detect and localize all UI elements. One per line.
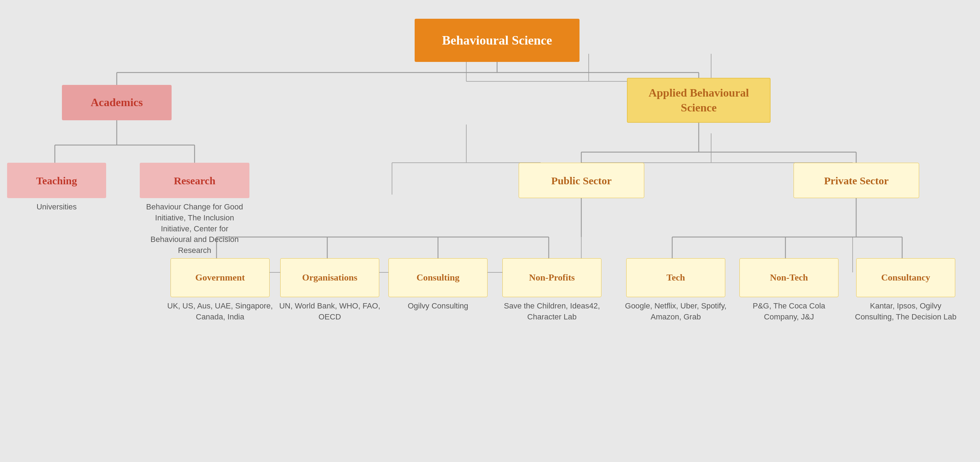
nontech-label: Non-Tech (770, 271, 808, 284)
tech-node-wrapper: Tech Google, Netflix, Uber, Spotify, Ama… (623, 258, 729, 322)
teaching-node: Teaching (7, 163, 106, 198)
public-sector-label: Public Sector (551, 174, 612, 187)
organisations-node: Organisations (280, 258, 379, 297)
consultancy-node-wrapper: Consultancy Kantar, Ipsos, Ogilvy Consul… (853, 258, 959, 322)
tech-node: Tech (626, 258, 725, 297)
consultancy-label: Consultancy (881, 271, 931, 284)
abs-node: Applied Behavioural Science (627, 78, 770, 123)
nontech-subtitle: P&G, The Coca Cola Company, J&J (736, 301, 842, 322)
root-label: Behavioural Science (442, 32, 552, 49)
nontech-node-wrapper: Non-Tech P&G, The Coca Cola Company, J&J (736, 258, 842, 322)
government-node: Government (170, 258, 270, 297)
research-subtitle: Behaviour Change for Good Initiative, Th… (142, 202, 248, 256)
consultancy-node: Consultancy (856, 258, 955, 297)
organisations-node-wrapper: Organisations UN, World Bank, WHO, FAO, … (277, 258, 383, 322)
public-node-wrapper: Public Sector (519, 163, 644, 198)
teaching-subtitle: Universities (37, 202, 77, 213)
nontech-node: Non-Tech (740, 258, 838, 297)
consultancy-subtitle: Kantar, Ipsos, Ogilvy Consulting, The De… (853, 301, 959, 322)
private-node-wrapper: Private Sector (794, 163, 919, 198)
teaching-node-wrapper: Teaching Universities (7, 163, 106, 213)
root-node-wrapper: Behavioural Science (415, 19, 579, 62)
research-node: Research (140, 163, 250, 198)
teaching-label: Teaching (36, 174, 77, 187)
tech-label: Tech (667, 271, 685, 284)
academics-label: Academics (91, 95, 143, 110)
government-node-wrapper: Government UK, US, Aus, UAE, Singapore, … (167, 258, 273, 322)
academics-node: Academics (62, 85, 172, 120)
tech-subtitle: Google, Netflix, Uber, Spotify, Amazon, … (623, 301, 729, 322)
tree-container: Behavioural Science Academics Applied Be… (0, 0, 980, 462)
research-node-wrapper: Research Behaviour Change for Good Initi… (140, 163, 250, 256)
nonprofits-node: Non-Profits (503, 258, 601, 297)
abs-node-wrapper: Applied Behavioural Science (627, 78, 770, 123)
consulting-node-wrapper: Consulting Ogilvy Consulting (388, 258, 487, 312)
organisations-label: Organisations (302, 271, 357, 284)
consulting-node: Consulting (388, 258, 487, 297)
academics-node-wrapper: Academics (62, 85, 172, 120)
government-label: Government (195, 271, 245, 284)
government-subtitle: UK, US, Aus, UAE, Singapore, Canada, Ind… (167, 301, 273, 322)
nonprofits-label: Non-Profits (529, 271, 575, 284)
consulting-label: Consulting (417, 271, 459, 284)
organisations-subtitle: UN, World Bank, WHO, FAO, OECD (277, 301, 383, 322)
root-node: Behavioural Science (415, 19, 579, 62)
tree-wrapper: Behavioural Science Academics Applied Be… (7, 11, 973, 456)
research-label: Research (174, 174, 215, 187)
consulting-subtitle: Ogilvy Consulting (407, 301, 468, 312)
public-sector-node: Public Sector (519, 163, 644, 198)
abs-label: Applied Behavioural Science (633, 86, 764, 115)
private-sector-label: Private Sector (824, 174, 888, 187)
nonprofits-subtitle: Save the Children, Ideas42, Character La… (499, 301, 605, 322)
nonprofits-node-wrapper: Non-Profits Save the Children, Ideas42, … (499, 258, 605, 322)
private-sector-node: Private Sector (794, 163, 919, 198)
